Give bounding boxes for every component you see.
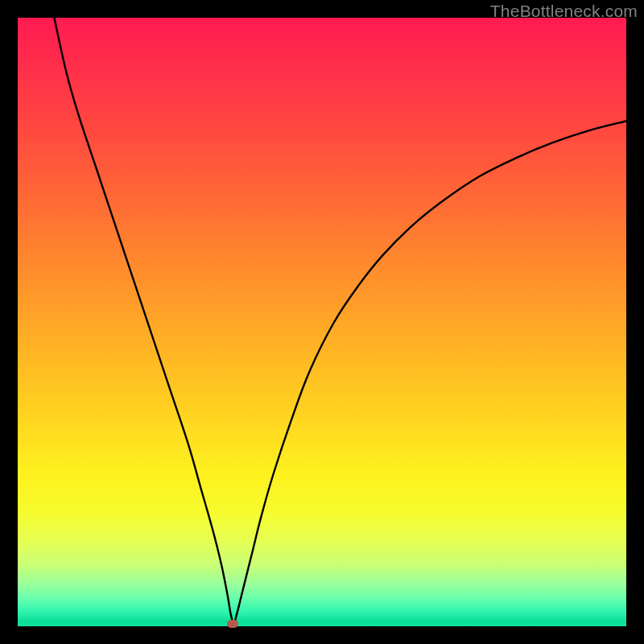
curve-svg (18, 18, 626, 626)
plot-area (18, 18, 626, 626)
curve-path (54, 18, 626, 623)
watermark-text: TheBottleneck.com (490, 2, 638, 21)
minimum-marker (227, 620, 238, 628)
chart-frame: TheBottleneck.com (0, 0, 644, 644)
